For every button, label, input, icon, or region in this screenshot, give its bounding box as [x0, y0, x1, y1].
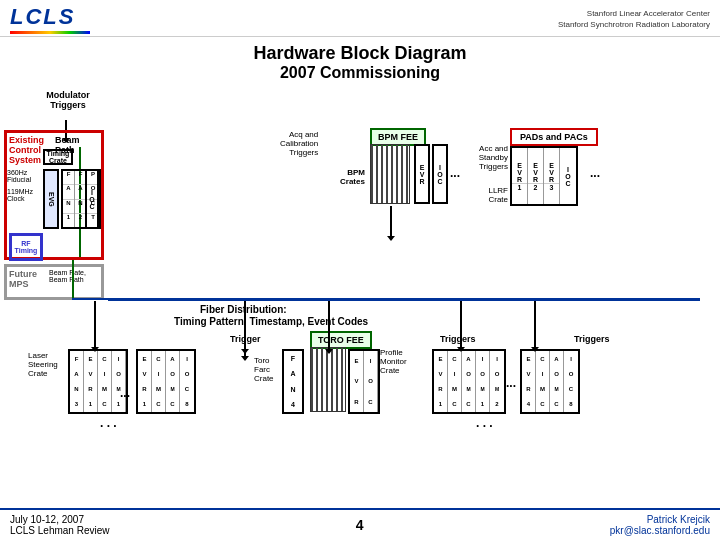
- existing-label: ExistingControlSystem: [9, 135, 44, 165]
- arrow-to-profile: [460, 301, 462, 347]
- prof-e: EVR1: [434, 351, 448, 412]
- profile-io-group: EVR1 CIMC AOMC IOM1 IOM2: [432, 349, 506, 414]
- acc-standby-label: Acc andStandbyTriggers: [452, 144, 508, 171]
- footer-left: July 10-12, 2007 LCLS Lehman Review: [10, 514, 110, 536]
- laser-e2-col: EVR1: [138, 351, 152, 412]
- pads-pacs-box: PADs and PACs: [510, 128, 598, 146]
- modulator-triggers-label: ModulatorTriggers: [38, 90, 98, 110]
- arrow-far-right: [534, 301, 536, 347]
- footer-right: Patrick Krejcik pkr@slac.stanford.edu: [610, 514, 710, 536]
- ioc-bpm: IOC: [432, 144, 448, 204]
- org-text: Stanford Linear Accelerator Center Stanf…: [558, 8, 710, 30]
- toro-fee-stripe: [310, 347, 346, 412]
- bpm-fee-stripe: [370, 144, 410, 204]
- title-line1: Hardware Block Diagram: [0, 43, 720, 64]
- existing-control-system-box: ExistingControlSystem Beam Path TimingCr…: [4, 130, 104, 260]
- header: LCLS Stanford Linear Accelerator Center …: [0, 0, 720, 37]
- prof-c: CIMC: [448, 351, 462, 412]
- evr-e3: EVR3: [544, 148, 560, 204]
- acq-label: Acq andCalibrationTriggers: [280, 130, 318, 157]
- triggers-label-2: Triggers: [574, 334, 610, 344]
- ioc-box-top: IOC: [85, 169, 99, 229]
- laser-io-group2: EVR1 CIMC AOMC IOC8: [136, 349, 196, 414]
- arrow-to-laser: [94, 301, 96, 347]
- horiz-connector: [72, 298, 112, 300]
- dots-2: ...: [590, 166, 600, 180]
- vert-line-existing: [72, 260, 74, 300]
- title-line2: 2007 Commissioning: [0, 64, 720, 82]
- toro-farc-label: ToroFarcCrate: [254, 356, 274, 383]
- toro-e: EVR: [350, 351, 364, 412]
- freq1-label: 360HzFiducial: [7, 169, 31, 183]
- footer-event: LCLS Lehman Review: [10, 525, 110, 536]
- evr-bpm-e: EVR: [414, 144, 430, 204]
- laser-steering-label: LaserSteeringCrate: [28, 351, 58, 378]
- rf-timing-box: RFTiming: [9, 233, 43, 261]
- future-mps-box: FutureMPS Beam Rate,Beam Path: [4, 264, 104, 300]
- laser-ioc2: IOC8: [180, 351, 194, 412]
- future-mps-label: FutureMPS: [9, 269, 37, 289]
- profile-monitor-label: ProfileMonitorCrate: [380, 348, 407, 375]
- ioc-pads: IOC: [560, 148, 576, 204]
- timing-pattern-label: Timing Pattern, Timestamp, Event Codes: [174, 316, 368, 327]
- far-right-io-group: EVR4 CIMC AOMC IOC8: [520, 349, 580, 414]
- freq2-label: 119MHzClock: [7, 188, 33, 202]
- arrow-to-bpm: [390, 206, 392, 236]
- logo-text: LCLS: [10, 4, 90, 30]
- dots-laser: ...: [120, 386, 130, 400]
- dots-1: ...: [450, 166, 460, 180]
- toro-i: IOC: [364, 351, 378, 412]
- toro-evr: EVR IOC: [348, 349, 380, 414]
- prof-a: AOMC: [462, 351, 476, 412]
- laser-io-group: FAN3 EVR1 CIMC IOM1: [68, 349, 128, 414]
- evr-e2: EVR2: [528, 148, 544, 204]
- footer-page-num: 4: [356, 517, 364, 533]
- laser-f-col: FAN3: [70, 351, 84, 412]
- footer: July 10-12, 2007 LCLS Lehman Review 4 Pa…: [0, 508, 720, 540]
- laser-i-col: IOM1: [112, 351, 126, 412]
- toro-evg-col: FAN4: [284, 351, 302, 412]
- far-e: EVR4: [522, 351, 536, 412]
- timing-crate-box: TimingCrate: [43, 149, 73, 165]
- toro-evg: FAN4: [282, 349, 304, 414]
- footer-presenter: Patrick Krejcik: [610, 514, 710, 525]
- llrf-crate-label: LLRFCrate: [452, 186, 508, 204]
- footer-email: pkr@slac.stanford.edu: [610, 525, 710, 536]
- footer-date: July 10-12, 2007: [10, 514, 110, 525]
- prof-i2: IOM2: [490, 351, 504, 412]
- laser-e-col: EVR1: [84, 351, 98, 412]
- laser-a2-col: AOMC: [166, 351, 180, 412]
- evr-pads-group: EVR1 EVR2 EVR3 IOC: [510, 146, 578, 206]
- far-i: IOC8: [564, 351, 578, 412]
- logo: LCLS: [10, 4, 90, 34]
- arrow-fiber-toro: [328, 301, 330, 349]
- dots-profile-bot: . . .: [476, 416, 493, 430]
- fiber-line: [108, 298, 700, 301]
- prof-i: IOM1: [476, 351, 490, 412]
- bpm-crates-label: BPMCrates: [340, 168, 365, 186]
- dots-profile: ...: [506, 376, 516, 390]
- arrow-to-toro: [244, 301, 246, 349]
- diagram: ModulatorTriggers ExistingControlSystem …: [0, 86, 720, 506]
- beam-rate-label: Beam Rate,Beam Path: [49, 269, 86, 283]
- laser-c2-col: CIMC: [152, 351, 166, 412]
- logo-area: LCLS: [10, 4, 90, 34]
- far-c: CIMC: [536, 351, 550, 412]
- dots-laser-bot: . . .: [100, 416, 117, 430]
- triggers-label-1: Triggers: [440, 334, 476, 344]
- evg-box: EVG: [43, 169, 59, 229]
- laser-c-col: CIMC: [98, 351, 112, 412]
- fan-col-f: F A N 1: [63, 171, 75, 227]
- logo-underline: [10, 31, 90, 34]
- title-area: Hardware Block Diagram 2007 Commissionin…: [0, 37, 720, 86]
- far-a: AOMC: [550, 351, 564, 412]
- evr-e1: EVR1: [512, 148, 528, 204]
